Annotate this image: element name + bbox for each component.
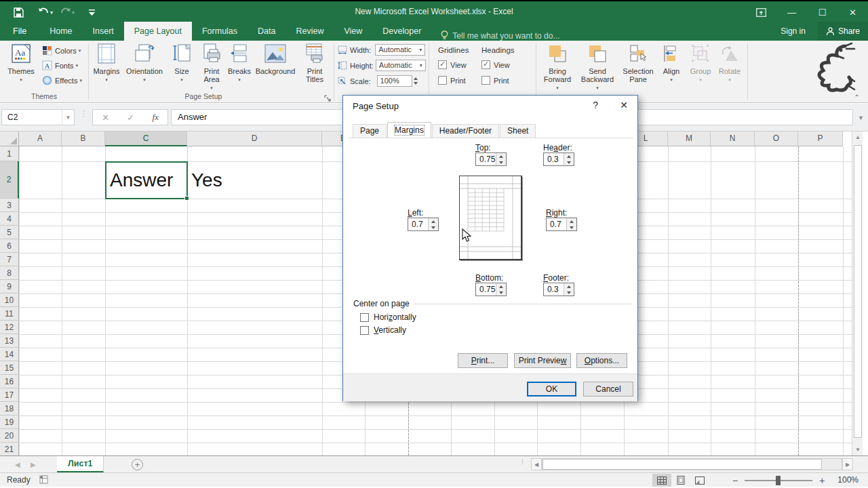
column-header-n[interactable]: N: [711, 131, 755, 146]
orientation-button[interactable]: Orientation▾: [123, 42, 165, 84]
height-combo[interactable]: Automatic▾: [376, 60, 426, 71]
ribbon-tab-formulas[interactable]: Formulas: [192, 22, 248, 41]
row-header-1[interactable]: 1: [0, 146, 19, 161]
cell-d2-value[interactable]: Yes: [191, 161, 222, 199]
gridlines-print-checkbox[interactable]: Print: [438, 75, 466, 86]
spin-down-icon[interactable]: [564, 159, 574, 165]
row-header-19[interactable]: 19: [0, 415, 19, 429]
vertical-scrollbar[interactable]: ▲ ▼: [852, 131, 863, 455]
row-header-11[interactable]: 11: [0, 307, 19, 321]
enter-entry-icon[interactable]: ✓: [127, 113, 134, 123]
top-margin-spinner[interactable]: 0.75: [475, 152, 507, 166]
theme-fonts-button[interactable]: A Fonts▾: [42, 60, 78, 71]
insert-function-icon[interactable]: fx: [152, 112, 158, 123]
row-header-10[interactable]: 10: [0, 293, 19, 307]
row-header-12[interactable]: 12: [0, 321, 19, 334]
horizontal-scroll-thumb[interactable]: [542, 459, 822, 470]
sign-in-link[interactable]: Sign in: [781, 26, 806, 36]
scroll-down-icon[interactable]: ▼: [852, 444, 863, 455]
ribbon-display-options-icon[interactable]: [746, 1, 776, 23]
spin-down-icon[interactable]: [496, 159, 506, 165]
collapse-ribbon-icon[interactable]: ⌃: [854, 94, 860, 101]
background-button[interactable]: Background: [254, 42, 297, 75]
print-preview-button[interactable]: Print Preview: [514, 353, 571, 368]
row-header-4[interactable]: 4: [0, 212, 19, 226]
sheet-nav-left-icon[interactable]: ◀: [15, 461, 20, 468]
dialog-tab-page[interactable]: Page: [353, 124, 387, 138]
send-backward-button[interactable]: Send Backward▾: [578, 42, 617, 92]
page-break-preview-button[interactable]: [690, 474, 709, 487]
column-header-d[interactable]: D: [187, 131, 322, 146]
spin-up-icon[interactable]: [496, 153, 506, 159]
scale-input[interactable]: 100%: [377, 75, 412, 87]
spin-down-icon[interactable]: [564, 289, 574, 296]
row-header-15[interactable]: 15: [0, 361, 19, 375]
zoom-in-icon[interactable]: +: [819, 475, 825, 486]
row-header-9[interactable]: 9: [0, 280, 19, 293]
spin-down-icon[interactable]: [567, 224, 576, 230]
row-header-16[interactable]: 16: [0, 375, 19, 388]
column-header-b[interactable]: B: [62, 131, 105, 146]
page-setup-dialog-launcher-icon[interactable]: [324, 93, 332, 101]
spin-up-icon[interactable]: [564, 283, 574, 289]
column-header-c[interactable]: C: [105, 131, 187, 146]
themes-button[interactable]: Aa Themes▾: [5, 42, 37, 84]
dialog-tab-margins[interactable]: Margins: [387, 122, 431, 138]
bottom-margin-spinner[interactable]: 0.75: [475, 283, 507, 296]
row-header-20[interactable]: 20: [0, 429, 19, 443]
horizontally-checkbox[interactable]: Horizontally: [360, 312, 416, 322]
normal-view-button[interactable]: [652, 474, 671, 487]
ribbon-tab-insert[interactable]: Insert: [83, 22, 124, 41]
dialog-help-button[interactable]: ?: [593, 100, 598, 110]
left-margin-spinner[interactable]: 0.7: [408, 218, 439, 231]
zoom-slider-thumb[interactable]: [776, 476, 781, 485]
ribbon-tab-review[interactable]: Review: [285, 22, 334, 41]
ribbon-tab-home[interactable]: Home: [39, 22, 82, 41]
column-header-a[interactable]: A: [19, 131, 62, 146]
zoom-level[interactable]: 100%: [837, 475, 859, 485]
zoom-slider[interactable]: [745, 480, 812, 481]
spin-up-icon[interactable]: [567, 218, 576, 224]
column-header-p[interactable]: P: [798, 131, 843, 146]
row-header-14[interactable]: 14: [0, 348, 19, 361]
spin-up-icon[interactable]: [564, 153, 574, 159]
width-combo[interactable]: Automatic▾: [375, 44, 425, 56]
add-sheet-button[interactable]: +: [132, 459, 143, 470]
row-header-13[interactable]: 13: [0, 334, 19, 348]
print-button[interactable]: Print...: [458, 353, 508, 368]
row-header-5[interactable]: 5: [0, 226, 19, 239]
dialog-tab-sheet[interactable]: Sheet: [500, 124, 536, 138]
row-header-6[interactable]: 6: [0, 239, 19, 253]
page-layout-view-button[interactable]: [671, 474, 690, 487]
margins-button[interactable]: Margins▾: [91, 42, 122, 84]
maximize-button[interactable]: ☐: [807, 1, 837, 23]
formula-bar-splitter[interactable]: ⋮: [80, 112, 87, 115]
formula-bar-expand-icon[interactable]: ▼: [858, 115, 864, 121]
zoom-out-icon[interactable]: −: [732, 475, 738, 486]
header-margin-spinner[interactable]: 0.3: [543, 152, 574, 166]
row-header-3[interactable]: 3: [0, 199, 19, 212]
spin-up-icon[interactable]: [429, 218, 438, 224]
column-header-o[interactable]: O: [755, 131, 798, 146]
sheet-tab-лист1[interactable]: Лист1: [57, 456, 104, 472]
row-header-7[interactable]: 7: [0, 253, 19, 266]
close-button[interactable]: ✕: [837, 1, 868, 23]
headings-view-checkbox[interactable]: View: [481, 59, 510, 70]
ribbon-tab-page-layout[interactable]: Page Layout: [124, 22, 192, 41]
options-button[interactable]: Options...: [576, 353, 627, 368]
right-margin-spinner[interactable]: 0.7: [546, 218, 577, 231]
row-header-21[interactable]: 21: [0, 443, 19, 455]
spin-down-icon[interactable]: [429, 224, 438, 230]
ribbon-tab-view[interactable]: View: [334, 22, 372, 41]
breaks-button[interactable]: Breaks▾: [226, 42, 252, 84]
vertical-scroll-thumb[interactable]: [854, 145, 862, 438]
size-button[interactable]: Size▾: [168, 42, 195, 84]
row-header-18[interactable]: 18: [0, 402, 19, 415]
print-area-button[interactable]: Print Area▾: [198, 42, 225, 92]
bring-forward-button[interactable]: Bring Forward▾: [540, 42, 575, 92]
scroll-up-icon[interactable]: ▲: [852, 131, 863, 143]
row-header-2[interactable]: 2: [0, 161, 19, 199]
cancel-button[interactable]: Cancel: [583, 382, 633, 396]
ribbon-tab-developer[interactable]: Developer: [372, 22, 431, 41]
spin-down-icon[interactable]: [496, 289, 506, 296]
